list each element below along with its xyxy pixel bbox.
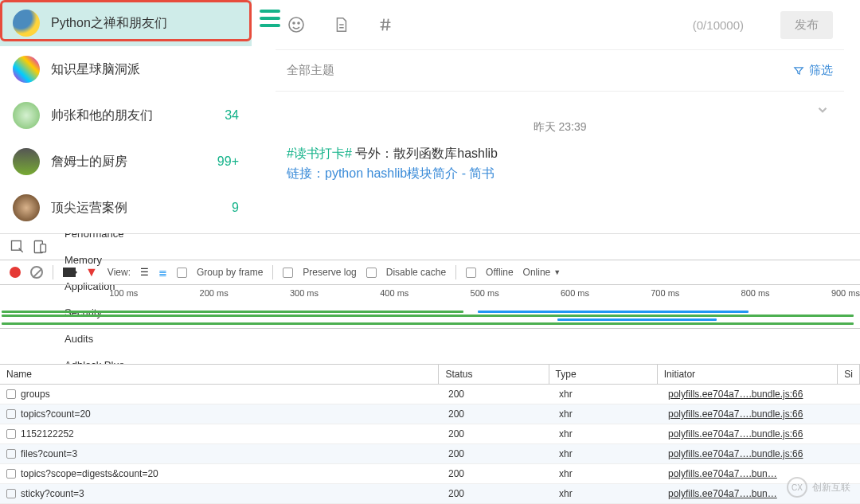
group-avatar xyxy=(13,10,40,37)
emoji-icon[interactable] xyxy=(287,15,306,34)
col-status[interactable]: Status xyxy=(439,365,549,384)
network-toolbar: ▼ View: ☰ ≣ Group by frame Preserve log … xyxy=(0,260,860,285)
request-initiator[interactable]: polyfills.ee704a7….bundle.js:66 xyxy=(668,428,803,440)
topic-header: 全部主题 筛选 xyxy=(276,49,844,91)
request-type: xhr xyxy=(553,385,662,404)
row-checkbox[interactable] xyxy=(6,449,16,459)
timeline-tick: 900 ms xyxy=(770,288,860,298)
row-checkbox[interactable] xyxy=(6,429,16,439)
col-type[interactable]: Type xyxy=(549,365,658,384)
sidebar-group-item[interactable]: 顶尖运营案例 9 xyxy=(0,185,252,231)
request-name: files?count=3 xyxy=(21,448,77,459)
timeline-detail-blank xyxy=(0,329,860,365)
timeline-tick: 300 ms xyxy=(229,288,319,298)
post-link[interactable]: python hashlib模块简介 - 简书 xyxy=(325,166,494,180)
request-initiator[interactable]: polyfills.ee704a7….bundle.js:66 xyxy=(668,408,803,420)
file-icon[interactable] xyxy=(331,15,350,34)
post-line-2: 链接：python hashlib模块简介 - 简书 xyxy=(287,166,833,182)
network-request-row[interactable]: topics?scope=digests&count=20 200 xhr po… xyxy=(0,464,860,484)
sidebar-group-item[interactable]: Python之禅和朋友们 xyxy=(0,0,252,46)
network-request-row[interactable]: sticky?count=3 200 xhr polyfills.ee704a7… xyxy=(0,484,860,504)
timeline-tick: 500 ms xyxy=(408,288,498,298)
col-initiator[interactable]: Initiator xyxy=(658,365,838,384)
group-name: 詹姆士的厨房 xyxy=(51,154,217,170)
publish-button[interactable]: 发布 xyxy=(780,11,833,39)
request-status: 200 xyxy=(442,464,553,483)
network-request-row[interactable]: 1152122252 200 xhr polyfills.ee704a7….bu… xyxy=(0,424,860,444)
sidebar-group-item[interactable]: 知识星球脑洞派 xyxy=(0,46,252,92)
unread-badge: 99+ xyxy=(217,154,239,169)
row-checkbox[interactable] xyxy=(6,389,16,399)
request-initiator[interactable]: polyfills.ee704a7….bun… xyxy=(668,468,777,479)
col-name[interactable]: Name xyxy=(0,365,439,384)
view-large-icon[interactable]: ☰ xyxy=(140,267,149,278)
request-name: topics?scope=digests&count=20 xyxy=(21,468,158,479)
element-picker-icon[interactable] xyxy=(10,239,25,255)
topic-card: 昨天 23:39 #读书打卡# 号外：散列函数库hashlib 链接：pytho… xyxy=(276,91,844,186)
timeline-tick: 700 ms xyxy=(589,288,679,298)
request-name: 1152122252 xyxy=(21,428,74,440)
row-checkbox[interactable] xyxy=(6,409,16,419)
svg-point-1 xyxy=(293,22,295,24)
request-type: xhr xyxy=(553,484,662,503)
timeline-tick: 600 ms xyxy=(499,288,589,298)
request-name: topics?count=20 xyxy=(21,408,91,420)
row-checkbox[interactable] xyxy=(6,469,16,479)
group-avatar xyxy=(13,148,40,175)
preserve-log-checkbox[interactable] xyxy=(283,268,293,278)
devtools-panel: ElementsConsoleSourcesNetworkPerformance… xyxy=(0,234,860,504)
network-table-header: Name Status Type Initiator Si xyxy=(0,365,860,385)
watermark: CX 创新互联 xyxy=(787,477,850,498)
request-initiator[interactable]: polyfills.ee704a7….bundle.js:66 xyxy=(668,389,803,400)
unread-badge: 9 xyxy=(232,201,239,215)
devtools-tabs: ElementsConsoleSourcesNetworkPerformance… xyxy=(0,234,860,260)
col-size[interactable]: Si xyxy=(838,365,860,384)
sidebar-group-item[interactable]: 詹姆士的厨房 99+ xyxy=(0,139,252,185)
char-counter: (0/10000) xyxy=(693,18,744,32)
view-waterfall-icon[interactable]: ≣ xyxy=(158,267,167,279)
timeline-tick: 400 ms xyxy=(319,288,408,298)
request-status: 200 xyxy=(442,444,553,463)
request-name: sticky?count=3 xyxy=(21,488,84,499)
topic-tag[interactable]: #读书打卡# xyxy=(287,147,352,160)
timeline-tick: 200 ms xyxy=(138,288,228,298)
group-name: 顶尖运营案例 xyxy=(51,200,232,217)
group-avatar xyxy=(13,102,40,129)
request-initiator[interactable]: polyfills.ee704a7….bun… xyxy=(668,488,777,499)
filter-button[interactable]: 筛选 xyxy=(793,63,833,78)
network-request-row[interactable]: topics?count=20 200 xhr polyfills.ee704a… xyxy=(0,404,860,424)
request-type: xhr xyxy=(553,404,662,424)
unread-badge: 34 xyxy=(225,108,239,123)
sidebar-group-item[interactable]: 帅张和他的朋友们 34 xyxy=(0,92,252,139)
device-toggle-icon[interactable] xyxy=(32,239,48,255)
timestamp: 昨天 23:39 xyxy=(287,120,833,135)
clear-icon[interactable] xyxy=(30,266,43,279)
disable-cache-checkbox[interactable] xyxy=(366,268,377,278)
throttle-dropdown[interactable]: Online ▼ xyxy=(523,267,561,278)
filter-icon[interactable]: ▼ xyxy=(85,265,98,279)
camera-icon[interactable] xyxy=(63,268,76,277)
hash-icon[interactable] xyxy=(376,15,395,34)
hamburger-icon[interactable] xyxy=(260,10,280,27)
post-line-1: #读书打卡# 号外：散列函数库hashlib xyxy=(287,146,833,162)
svg-rect-5 xyxy=(41,244,46,252)
offline-checkbox[interactable] xyxy=(466,268,476,278)
group-name: 帅张和他的朋友们 xyxy=(51,107,225,124)
request-type: xhr xyxy=(553,424,662,443)
request-initiator[interactable]: polyfills.ee704a7….bundle.js:66 xyxy=(668,448,803,459)
record-icon[interactable] xyxy=(10,267,21,278)
group-avatar xyxy=(13,194,40,221)
row-checkbox[interactable] xyxy=(6,489,16,498)
timeline-tick: 800 ms xyxy=(679,288,769,298)
sidebar: Python之禅和朋友们 知识星球脑洞派 帅张和他的朋友们 34 詹姆士的厨房 … xyxy=(0,0,252,233)
all-topics-label: 全部主题 xyxy=(287,63,334,78)
network-request-row[interactable]: groups 200 xhr polyfills.ee704a7….bundle… xyxy=(0,385,860,404)
group-by-frame-checkbox[interactable] xyxy=(177,268,187,278)
funnel-icon xyxy=(793,65,804,76)
group-name: 知识星球脑洞派 xyxy=(51,61,239,78)
chevron-down-icon[interactable] xyxy=(815,103,830,117)
request-name: groups xyxy=(21,389,50,400)
network-request-row[interactable]: files?count=3 200 xhr polyfills.ee704a7…… xyxy=(0,444,860,464)
network-timeline[interactable]: 100 ms200 ms300 ms400 ms500 ms600 ms700 … xyxy=(0,285,860,329)
request-type: xhr xyxy=(553,464,662,483)
